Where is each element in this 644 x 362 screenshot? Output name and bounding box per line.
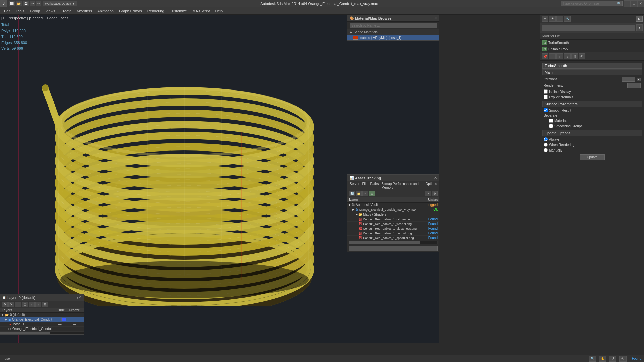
configure-mod-btn[interactable]: ⚙ (571, 53, 578, 59)
menu-help[interactable]: Help (213, 8, 226, 14)
iterations-spin-up[interactable]: ▲ (637, 78, 641, 81)
arc-rotate-btn[interactable]: ↺ (609, 356, 616, 362)
asset-row-glossiness[interactable]: 🖼 Conduit_Reel_cables_1_glossiness.png F… (347, 226, 439, 231)
pin-btn[interactable]: 📌 (542, 53, 548, 59)
menu-animation[interactable]: Animation (95, 8, 116, 14)
asset-menu-file[interactable]: File (362, 182, 367, 189)
save-btn[interactable]: 💾 (23, 1, 29, 6)
asset-menu-paths[interactable]: Paths (370, 182, 379, 189)
asset-row-specular[interactable]: 🖼 Conduit_Reel_cables_1_specular.png Fou… (347, 236, 439, 240)
search-input[interactable] (562, 2, 616, 5)
asset-scroll-area[interactable] (349, 241, 438, 244)
layer-scroll-thumb[interactable] (0, 332, 50, 334)
asset-row-diffuse[interactable]: 🖼 Conduit_Reel_cables_1_diffuse.png Foun… (347, 217, 439, 222)
iterations-input[interactable]: 0 (622, 77, 635, 82)
when-rendering-radio[interactable] (544, 143, 548, 147)
move-up-btn[interactable]: ↑ (556, 53, 563, 59)
asset-filter-input[interactable] (349, 246, 438, 251)
menu-modifiers[interactable]: Modifiers (74, 8, 95, 14)
layer-close-btn[interactable]: ✕ (78, 295, 82, 300)
mat-browser-close[interactable]: ✕ (434, 16, 437, 20)
undo-btn[interactable]: ↩ (30, 1, 35, 6)
asset-minimize-btn[interactable]: — (429, 176, 432, 180)
asset-row-file[interactable]: ▶ 🗎 Orange_Electrical_Conduit_max_vray.m… (347, 207, 439, 212)
menu-rendering[interactable]: Rendering (145, 8, 167, 14)
motion-tab[interactable]: ↔ (556, 16, 563, 22)
layer-move-up-btn[interactable]: ↑ (29, 302, 35, 307)
asset-menu-options[interactable]: Options (426, 182, 437, 189)
close-btn[interactable]: ✕ (637, 0, 644, 7)
toggle-mod-display-btn[interactable]: 👁 (579, 53, 585, 59)
mat-item-row[interactable]: cables ( VRayMtl ) [hose_1] (347, 35, 439, 40)
menu-create[interactable]: Create (58, 8, 74, 14)
editable-poly-entry[interactable]: ⊟ Editable Poly (540, 46, 644, 52)
update-button[interactable]: Update (580, 154, 604, 160)
layer-row-3[interactable]: ⬡ Orange_Electrical_Conduit — — (0, 327, 84, 331)
asset-scroll-thumb[interactable] (349, 241, 420, 244)
asset-help-btn[interactable]: ? (425, 191, 431, 196)
layer-select-btn[interactable]: ◻ (22, 302, 28, 307)
always-radio[interactable] (544, 137, 548, 141)
smoothing-groups-checkbox[interactable] (549, 124, 553, 128)
workspace-dropdown[interactable]: Workspace: Default ▼ (43, 1, 77, 6)
layer-row-1[interactable]: ▶ ◼ Orange_Electrical_Conduit — — (0, 317, 84, 322)
asset-row-normal[interactable]: 🖼 Conduit_Reel_cables_1_normal.png Found (347, 231, 439, 236)
layer-settings-btn[interactable]: ⚙ (2, 302, 8, 307)
modifier-options-btn[interactable]: ▼ (636, 24, 643, 31)
asset-detail-view-btn[interactable]: ⊞ (369, 191, 375, 196)
new-btn[interactable]: ⬜ (9, 1, 15, 6)
main-section[interactable]: Main (542, 69, 642, 75)
layer-scrollbar[interactable] (0, 331, 84, 334)
materials-checkbox[interactable] (549, 119, 553, 123)
isoline-checkbox[interactable] (544, 89, 548, 94)
asset-settings-btn[interactable]: ⚙ (432, 191, 438, 196)
asset-list-view-btn[interactable]: ≡ (362, 191, 368, 196)
asset-refresh-btn[interactable]: 🔄 (349, 191, 355, 196)
smooth-result-checkbox[interactable] (544, 108, 548, 112)
menu-graph-editors[interactable]: Graph Editors (116, 8, 145, 14)
minimize-btn[interactable]: — (624, 0, 631, 7)
turbosmooth-header[interactable]: TurboSmooth (542, 63, 642, 69)
layer-move-down-btn[interactable]: ↓ (35, 302, 41, 307)
surface-section[interactable]: Surface Parameters (542, 101, 642, 107)
display-tab[interactable]: 👁 (549, 16, 556, 22)
zoom-btn[interactable]: 🔍 (589, 356, 596, 362)
turbosmooth-entry[interactable]: ⊞ TurboSmooth (540, 40, 644, 46)
menu-views[interactable]: Views (43, 8, 58, 14)
menu-customize[interactable]: Customize (167, 8, 190, 14)
asset-menu-bitmap[interactable]: Bitmap Performance and Memory (381, 182, 423, 189)
search-box[interactable]: 🔍 (561, 1, 623, 6)
open-btn[interactable]: 📂 (16, 1, 22, 6)
asset-row-fresnel[interactable]: 🖼 Conduit_Reel_cables_1_fresnel.png Foun… (347, 222, 439, 226)
layer-row-0[interactable]: ▶ 📂 0 (default) — — (0, 313, 84, 317)
asset-row-maps[interactable]: ▶ 📂 Maps / Shaders (347, 212, 439, 217)
manually-radio[interactable] (544, 148, 548, 152)
remove-mod-btn[interactable]: — (549, 53, 556, 59)
menu-maxscript[interactable]: MAXScript (190, 8, 213, 14)
utility-tab[interactable]: 🔧 (564, 16, 571, 22)
maximize-btn[interactable]: □ (631, 0, 637, 7)
layer-add-btn[interactable]: + (15, 302, 21, 307)
redo-btn[interactable]: ↪ (36, 1, 41, 6)
menu-tools[interactable]: Tools (13, 8, 27, 14)
explicit-normals-checkbox[interactable] (544, 95, 548, 99)
update-options-section[interactable]: Update Options (542, 130, 642, 136)
menu-edit[interactable]: Edit (1, 8, 13, 14)
mat-search-input[interactable] (350, 23, 437, 28)
layer-expand-btn[interactable]: ⊞ (42, 302, 48, 307)
modify-tab[interactable]: M (636, 16, 643, 22)
move-down-btn[interactable]: ↓ (564, 53, 571, 59)
field-of-view-btn[interactable]: ◎ (619, 356, 627, 362)
create-tab[interactable]: + (542, 16, 548, 22)
layer-delete-btn[interactable]: ✕ (8, 302, 14, 307)
render-iters-input[interactable]: 1 (627, 83, 641, 88)
asset-close-btn[interactable]: ✕ (434, 176, 437, 180)
asset-menu-server[interactable]: Server (350, 182, 359, 189)
asset-locate-btn[interactable]: 📁 (356, 191, 362, 196)
menu-group[interactable]: Group (27, 8, 43, 14)
asset-row-vault[interactable]: ▶ 🏛 Autodesk Vault Logged (347, 203, 439, 207)
pan-btn[interactable]: ✋ (599, 356, 606, 362)
modifier-name-input[interactable]: hose_1 (542, 25, 635, 31)
layer-color-1[interactable] (61, 318, 66, 321)
layer-row-2[interactable]: 🔺 hose_1 — — (0, 322, 84, 327)
